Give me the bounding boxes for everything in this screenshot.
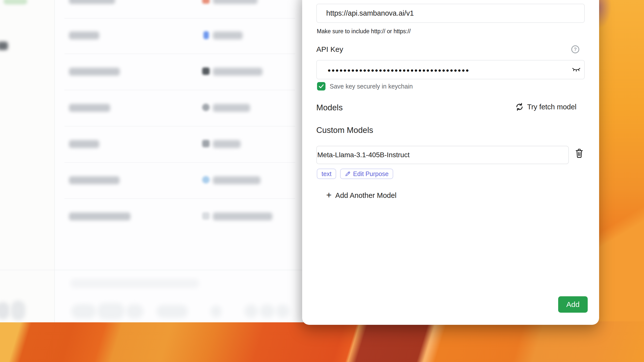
try-fetch-model-label: Try fetch model bbox=[527, 103, 576, 111]
blurred-row-icon bbox=[202, 212, 210, 220]
row-divider bbox=[64, 53, 295, 54]
check-icon bbox=[318, 84, 324, 88]
blurred-row-text bbox=[69, 213, 130, 220]
blurred-footer-dot bbox=[260, 305, 274, 318]
blurred-row-text bbox=[69, 68, 120, 76]
blurred-row-text bbox=[69, 0, 115, 4]
blurred-row-text bbox=[213, 68, 262, 76]
blurred-footer-pill bbox=[126, 304, 144, 319]
row-divider bbox=[64, 198, 295, 199]
plus-icon: + bbox=[326, 190, 332, 200]
window-footer-divider bbox=[0, 270, 322, 270]
custom-models-label: Custom Models bbox=[316, 125, 373, 135]
blurred-row-icon bbox=[204, 31, 209, 39]
blurred-footer-icon bbox=[0, 302, 10, 319]
help-icon[interactable]: ? bbox=[571, 45, 579, 53]
capability-badge: text bbox=[317, 169, 336, 179]
blurred-row-icon bbox=[202, 176, 210, 183]
sidebar-item-blob bbox=[0, 42, 8, 50]
blurred-row-text bbox=[213, 140, 241, 148]
blurred-row-text bbox=[213, 31, 242, 39]
blurred-footer-pill bbox=[97, 303, 124, 319]
blurred-row-text bbox=[213, 0, 258, 4]
sidebar-selected-pill bbox=[4, 0, 27, 4]
blurred-footer-dot bbox=[210, 306, 222, 317]
wallpaper-right-strip bbox=[596, 0, 644, 362]
add-button[interactable]: Add bbox=[558, 296, 588, 313]
refresh-icon bbox=[515, 102, 524, 111]
edit-purpose-label: Edit Purpose bbox=[353, 170, 388, 178]
api-host-helper-text: Make sure to include http:// or https:// bbox=[317, 28, 410, 35]
api-key-input[interactable] bbox=[316, 60, 585, 79]
api-key-label: API Key bbox=[316, 45, 343, 53]
pencil-icon bbox=[345, 171, 350, 177]
blurred-footer-dot bbox=[244, 305, 258, 318]
row-divider bbox=[64, 162, 295, 163]
blurred-footer-pill bbox=[156, 305, 188, 318]
row-divider bbox=[64, 90, 295, 90]
blurred-row-icon bbox=[202, 0, 210, 4]
custom-model-name-input[interactable] bbox=[316, 146, 569, 164]
blurred-search-bar bbox=[70, 279, 199, 288]
blurred-row-text bbox=[69, 176, 120, 184]
background-sidebar bbox=[0, 0, 55, 322]
wallpaper-bottom-strip bbox=[0, 321, 644, 362]
blurred-row-text bbox=[213, 176, 260, 184]
row-divider bbox=[64, 126, 295, 126]
trash-icon[interactable] bbox=[575, 148, 584, 158]
blurred-footer-dot bbox=[276, 305, 289, 318]
blurred-row-icon bbox=[202, 67, 210, 75]
models-label: Models bbox=[316, 103, 342, 112]
add-another-model-button[interactable]: + Add Another Model bbox=[326, 191, 396, 200]
blurred-row-icon bbox=[202, 104, 210, 111]
keychain-checkbox[interactable] bbox=[317, 82, 326, 90]
edit-purpose-button[interactable]: Edit Purpose bbox=[340, 169, 393, 179]
blurred-footer-icon bbox=[11, 301, 25, 320]
eye-closed-icon[interactable] bbox=[572, 67, 580, 72]
blurred-row-icon bbox=[202, 140, 210, 147]
blurred-row-text bbox=[213, 104, 250, 112]
add-provider-dialog: Make sure to include http:// or https://… bbox=[302, 0, 599, 325]
add-another-model-label: Add Another Model bbox=[336, 191, 397, 200]
try-fetch-model-button[interactable]: Try fetch model bbox=[515, 102, 576, 111]
row-divider bbox=[64, 18, 295, 18]
blurred-footer-pill bbox=[71, 304, 96, 319]
blurred-row-text bbox=[213, 213, 272, 220]
api-host-input[interactable] bbox=[316, 4, 585, 23]
blurred-row-text bbox=[69, 31, 99, 39]
blurred-row-text bbox=[69, 140, 99, 148]
blurred-row-text bbox=[69, 104, 110, 112]
keychain-label: Save key securely in keychain bbox=[330, 83, 413, 90]
background-window bbox=[0, 0, 322, 322]
